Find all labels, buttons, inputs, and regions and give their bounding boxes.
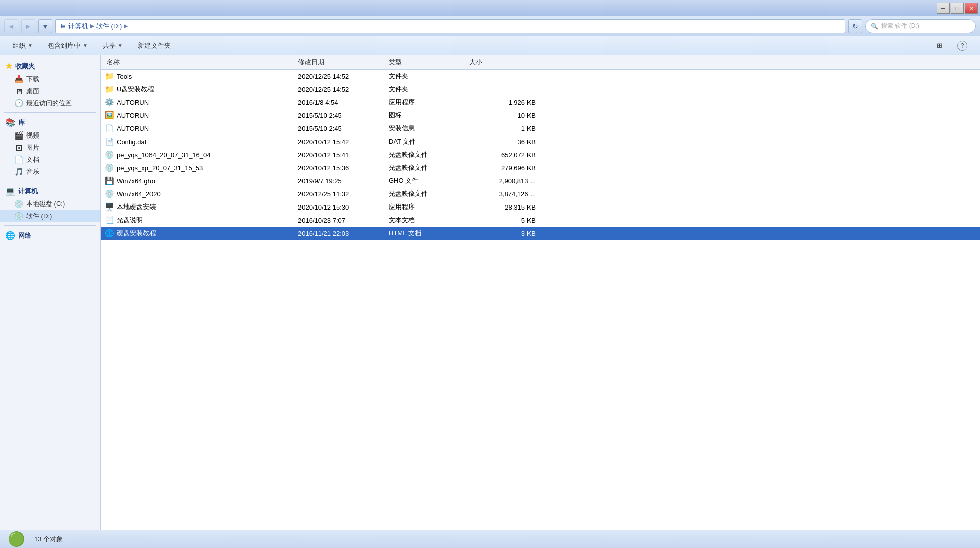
file-modified-cell: 2020/12/25 11:32 xyxy=(296,190,387,198)
file-modified-cell: 2020/10/12 15:30 xyxy=(296,203,387,211)
file-name-cell: 📄Config.dat xyxy=(105,137,296,146)
column-type[interactable]: 类型 xyxy=(387,58,467,67)
video-icon: 🎬 xyxy=(14,131,23,140)
table-row[interactable]: 💿pe_yqs_xp_20_07_31_15_532020/10/12 15:3… xyxy=(101,161,980,174)
file-name-text: AUTORUN xyxy=(117,112,149,119)
file-name-text: 硬盘安装教程 xyxy=(117,229,156,238)
sidebar-item-video[interactable]: 🎬 视频 xyxy=(0,129,100,142)
library-icon: 📚 xyxy=(5,118,15,127)
status-bar: 🟢 13 个对象 xyxy=(0,530,980,548)
sidebar-item-music[interactable]: 🎵 音乐 xyxy=(0,166,100,178)
file-name-cell: 💿pe_yqs_1064_20_07_31_16_04 xyxy=(105,150,296,159)
file-type-icon: 💾 xyxy=(105,176,114,185)
organize-button[interactable]: 组织 ▼ xyxy=(6,38,39,53)
file-name-text: Config.dat xyxy=(117,138,146,146)
table-row[interactable]: 💿pe_yqs_1064_20_07_31_16_042020/10/12 15… xyxy=(101,148,980,161)
table-row[interactable]: 📁Tools2020/12/25 14:52文件夹 xyxy=(101,70,980,83)
table-row[interactable]: 🖥️本地硬盘安装2020/10/12 15:30应用程序28,315 KB xyxy=(101,200,980,214)
title-bar: ─ □ ✕ xyxy=(0,0,980,16)
sidebar-item-software-d[interactable]: 💿 软件 (D:) xyxy=(0,210,100,222)
file-size-cell: 5 KB xyxy=(467,217,538,224)
file-type-icon: 📃 xyxy=(105,216,114,225)
video-label: 视频 xyxy=(26,131,39,140)
sidebar-divider-3 xyxy=(4,225,96,226)
file-name-cell: 📁Tools xyxy=(105,72,296,81)
search-placeholder: 搜索 软件 (D:) xyxy=(881,22,919,30)
downloads-icon: 📥 xyxy=(14,75,23,84)
file-type-cell: GHO 文件 xyxy=(387,176,467,185)
minimize-button[interactable]: ─ xyxy=(937,3,950,14)
file-type-cell: DAT 文件 xyxy=(387,137,467,146)
close-button[interactable]: ✕ xyxy=(965,3,978,14)
refresh-button[interactable]: ↻ xyxy=(848,19,862,33)
file-type-icon: 🖥️ xyxy=(105,202,114,212)
column-size[interactable]: 大小 xyxy=(467,58,538,67)
sidebar-library-header[interactable]: 📚 库 xyxy=(0,116,100,129)
search-bar[interactable]: 🔍 搜索 软件 (D:) xyxy=(865,19,976,33)
back-button[interactable]: ◄ xyxy=(4,19,18,33)
breadcrumb-computer[interactable]: 计算机 xyxy=(68,22,88,31)
computer-label: 计算机 xyxy=(18,187,38,196)
sidebar-item-desktop[interactable]: 🖥 桌面 xyxy=(0,85,100,97)
file-type-icon: 📁 xyxy=(105,72,114,81)
breadcrumb-drive[interactable]: 软件 (D:) xyxy=(96,22,122,31)
sidebar-item-recent[interactable]: 🕐 最近访问的位置 xyxy=(0,97,100,109)
file-size-cell: 10 KB xyxy=(467,112,538,119)
sidebar-item-local-c[interactable]: 💿 本地磁盘 (C:) xyxy=(0,198,100,210)
recent-locations-button[interactable]: ▼ xyxy=(38,19,52,33)
table-row[interactable]: 📄AUTORUN2015/5/10 2:45安装信息1 KB xyxy=(101,122,980,135)
network-icon: 🌐 xyxy=(5,231,15,240)
column-modified[interactable]: 修改日期 xyxy=(296,58,387,67)
file-modified-cell: 2015/5/10 2:45 xyxy=(296,125,387,132)
file-area: 名称 修改日期 类型 大小 📁Tools2020/12/25 14:52文件夹📁… xyxy=(101,55,980,530)
breadcrumb-icon: 🖥 xyxy=(60,22,66,30)
breadcrumb: 🖥 计算机 ▶ 软件 (D:) ▶ xyxy=(55,19,845,33)
share-button[interactable]: 共享 ▼ xyxy=(96,38,129,53)
table-row[interactable]: 🖼️AUTORUN2015/5/10 2:45图标10 KB xyxy=(101,109,980,122)
file-name-text: AUTORUN xyxy=(117,99,149,106)
forward-button[interactable]: ► xyxy=(21,19,35,33)
new-folder-button[interactable]: 新建文件夹 xyxy=(131,38,177,53)
file-name-text: U盘安装教程 xyxy=(117,85,154,94)
table-row[interactable]: 📃光盘说明2016/10/23 7:07文本文档5 KB xyxy=(101,214,980,227)
file-modified-cell: 2019/9/7 19:25 xyxy=(296,177,387,185)
software-d-label: 软件 (D:) xyxy=(26,212,52,221)
include-library-button[interactable]: 包含到库中 ▼ xyxy=(41,38,94,53)
sidebar-item-doc[interactable]: 📄 文档 xyxy=(0,154,100,166)
file-modified-cell: 2016/11/21 22:03 xyxy=(296,230,387,237)
table-row[interactable]: 💾Win7x64.gho2019/9/7 19:25GHO 文件2,900,81… xyxy=(101,174,980,187)
file-type-icon: 💿 xyxy=(105,163,114,172)
table-row[interactable]: ⚙️AUTORUN2016/1/8 4:54应用程序1,926 KB xyxy=(101,96,980,109)
sidebar-divider-1 xyxy=(4,112,96,113)
file-type-icon: 🖼️ xyxy=(105,111,114,120)
toolbar: 组织 ▼ 包含到库中 ▼ 共享 ▼ 新建文件夹 ⊞ ? xyxy=(0,36,980,55)
help-button[interactable]: ? xyxy=(951,38,974,53)
maximize-button[interactable]: □ xyxy=(951,3,964,14)
sidebar-favorites-header[interactable]: ★ 收藏夹 xyxy=(0,59,100,73)
view-button[interactable]: ⊞ xyxy=(930,38,949,53)
table-row[interactable]: 🌐硬盘安装教程2016/11/21 22:03HTML 文档3 KB xyxy=(101,227,980,240)
file-size-cell: 3 KB xyxy=(467,230,538,237)
file-name-text: 光盘说明 xyxy=(117,216,143,225)
column-name[interactable]: 名称 xyxy=(105,58,296,67)
file-modified-cell: 2020/12/25 14:52 xyxy=(296,86,387,93)
file-size-cell: 2,900,813 ... xyxy=(467,177,538,185)
file-name-cell: 🌐硬盘安装教程 xyxy=(105,229,296,238)
breadcrumb-separator-2: ▶ xyxy=(124,23,128,29)
status-count: 13 个对象 xyxy=(34,535,63,544)
table-row[interactable]: 💿Win7x64_20202020/12/25 11:32光盘映像文件3,874… xyxy=(101,187,980,200)
file-type-cell: 光盘映像文件 xyxy=(387,163,467,172)
window-controls: ─ □ ✕ xyxy=(937,3,978,14)
table-row[interactable]: 📄Config.dat2020/10/12 15:42DAT 文件36 KB xyxy=(101,135,980,148)
sidebar-item-image[interactable]: 🖼 图片 xyxy=(0,142,100,154)
file-name-cell: 💿pe_yqs_xp_20_07_31_15_53 xyxy=(105,163,296,172)
sidebar-item-downloads[interactable]: 📥 下载 xyxy=(0,73,100,85)
file-size-cell: 28,315 KB xyxy=(467,203,538,211)
file-type-icon: 💿 xyxy=(105,189,114,198)
sidebar-computer-header[interactable]: 💻 计算机 xyxy=(0,184,100,198)
file-modified-cell: 2020/10/12 15:41 xyxy=(296,151,387,159)
sidebar-network-header[interactable]: 🌐 网络 xyxy=(0,229,100,242)
app-logo-icon: 🟢 xyxy=(8,531,25,547)
file-type-icon: 🌐 xyxy=(105,229,114,238)
table-row[interactable]: 📁U盘安装教程2020/12/25 14:52文件夹 xyxy=(101,83,980,96)
